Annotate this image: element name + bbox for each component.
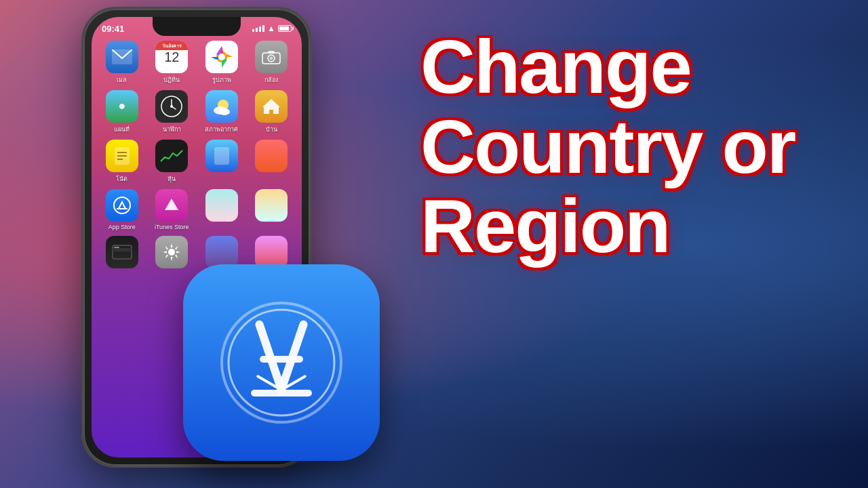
- app-row-3: โน้ต หุ้น: [97, 140, 296, 184]
- app-appstore[interactable]: App Store: [101, 189, 143, 230]
- notes-label: โน้ต: [116, 174, 127, 184]
- app-maps[interactable]: ● แผนที่: [101, 90, 143, 134]
- app-stocks[interactable]: หุ้น: [151, 140, 193, 184]
- photos-label: รูปภาพ: [212, 75, 231, 85]
- appstore-label: App Store: [108, 224, 136, 230]
- title-area: Change Country or Region: [420, 27, 841, 266]
- svg-line-12: [172, 106, 176, 109]
- app-clock[interactable]: นาฬิกา: [151, 90, 193, 134]
- maps-icon: ●: [106, 90, 138, 123]
- battery-icon: [278, 25, 292, 32]
- calendar-icon: วันอังคาร 12: [155, 41, 188, 73]
- appstore-overlay: [183, 264, 380, 461]
- app-wallet[interactable]: [101, 236, 143, 270]
- status-icons: ▲: [252, 24, 292, 33]
- wallet-icon: [106, 236, 138, 268]
- svg-marker-16: [262, 99, 280, 114]
- signal-bar-3: [259, 26, 261, 32]
- generic-1-icon: [205, 140, 238, 172]
- svg-point-22: [114, 197, 130, 214]
- maps-label: แผนที่: [114, 125, 130, 134]
- app-generic-2[interactable]: [250, 140, 292, 184]
- app-generic-3[interactable]: [201, 189, 243, 230]
- svg-point-3: [218, 54, 225, 60]
- app-notes[interactable]: โน้ต: [101, 140, 143, 184]
- clock-icon: [155, 90, 188, 123]
- svg-text:●: ●: [118, 99, 125, 113]
- battery-fill: [279, 26, 289, 30]
- app-home[interactable]: บ้าน: [250, 90, 292, 134]
- photos-icon: [205, 41, 238, 73]
- app-photos[interactable]: รูปภาพ: [201, 41, 243, 85]
- title-line-3: Region: [420, 186, 841, 266]
- itunes-icon: [155, 189, 188, 222]
- app-calendar[interactable]: วันอังคาร 12 ปฏิทิน: [151, 41, 193, 85]
- cal-header: วันอังคาร: [155, 41, 188, 50]
- appstore-small-icon: [106, 189, 138, 222]
- weather-icon: [205, 90, 238, 123]
- signal-bar-1: [252, 29, 254, 32]
- svg-marker-24: [165, 199, 178, 210]
- svg-rect-7: [268, 51, 275, 54]
- home-label: บ้าน: [266, 125, 277, 134]
- notes-icon: [106, 140, 138, 172]
- svg-point-6: [270, 57, 273, 60]
- appstore-overlay-svg: [217, 298, 346, 427]
- signal-bars: [252, 25, 264, 32]
- stocks-icon: [155, 140, 188, 172]
- mail-label: เมล: [117, 75, 127, 85]
- home-icon: [255, 90, 288, 123]
- mail-icon: [106, 41, 138, 73]
- app-generic-4[interactable]: [250, 189, 292, 230]
- app-mail[interactable]: เมล: [101, 41, 143, 85]
- signal-bar-2: [256, 28, 258, 32]
- svg-point-28: [168, 249, 175, 256]
- svg-rect-27: [114, 247, 119, 248]
- generic-3-icon: [205, 189, 238, 222]
- svg-rect-26: [113, 248, 132, 251]
- itunes-label: iTunes Store: [155, 224, 189, 230]
- svg-point-15: [219, 108, 230, 115]
- app-camera[interactable]: กล้อง: [250, 41, 292, 85]
- app-row-2: ● แผนที่: [97, 90, 296, 134]
- generic-4-icon: [255, 189, 288, 222]
- app-row-1: เมล วันอังคาร 12 ปฏิทิน: [97, 41, 296, 85]
- home-grid: เมล วันอังคาร 12 ปฏิทิน: [97, 41, 296, 276]
- generic-6-icon: [255, 236, 288, 268]
- clock-label: นาฬิกา: [163, 125, 181, 134]
- weather-label: สภาพอากาศ: [205, 125, 238, 134]
- signal-bar-4: [262, 25, 264, 32]
- status-time: 09:41: [102, 24, 124, 34]
- appstore-overlay-icon: [183, 264, 380, 461]
- app-itunes[interactable]: iTunes Store: [151, 189, 193, 230]
- stocks-label: หุ้น: [167, 174, 176, 184]
- camera-icon: [255, 41, 288, 73]
- svg-rect-21: [214, 147, 229, 165]
- calendar-label: ปฏิทิน: [163, 75, 180, 85]
- wifi-icon: ▲: [267, 24, 275, 33]
- phone-notch: [153, 17, 241, 36]
- app-row-4: App Store iTunes Store: [97, 189, 296, 230]
- app-generic-1[interactable]: [201, 140, 243, 184]
- generic-2-icon: [255, 140, 288, 172]
- generic-5-icon: [205, 236, 238, 268]
- title-line-1: Change: [420, 27, 841, 107]
- settings-icon: [155, 236, 188, 268]
- cal-date: 12: [164, 50, 179, 64]
- title-line-2: Country or: [420, 107, 841, 187]
- app-weather[interactable]: สภาพอากาศ: [201, 90, 243, 134]
- camera-label: กล้อง: [264, 75, 278, 85]
